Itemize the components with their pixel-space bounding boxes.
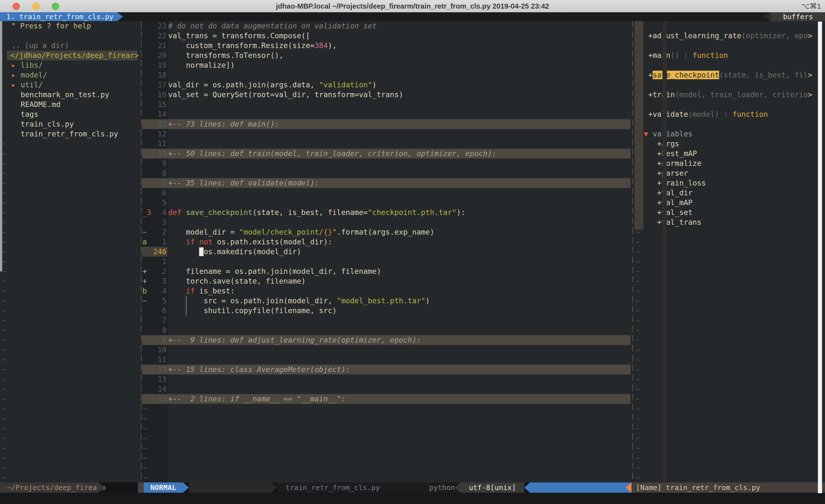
folded-code-line[interactable]: 12+-- 15 lines: class AverageMeter(objec… <box>142 365 632 374</box>
folded-code-line[interactable]: 15+-- 2 lines: if __name__ == "__main__"… <box>142 394 632 404</box>
empty-line-tilde: ~ <box>635 296 640 306</box>
line-number: 5 <box>150 296 166 306</box>
tree-item[interactable]: " Press ? for help <box>0 21 141 31</box>
empty-line-tilde: ~ <box>143 414 147 424</box>
code-text: +-- 2 lines: if __name__ == "__main__": <box>168 394 346 404</box>
right-scrollbar[interactable] <box>818 22 822 493</box>
statusline-position: 86% ≡ 246/284LN : 5 <box>530 482 631 493</box>
tree-item[interactable] <box>0 31 141 41</box>
code-line[interactable]: 5 <box>142 198 632 207</box>
git-sign: ~ <box>142 296 151 306</box>
line-number: 11 <box>150 139 166 149</box>
code-text: torch.save(state, filename) <box>168 276 306 286</box>
line-number: 17 <box>150 80 166 90</box>
folded-code-line[interactable]: 13+-- 73 lines: def main(): <box>142 119 632 129</box>
collapsed-dir-arrow-icon[interactable]: ▸ <box>11 70 16 80</box>
code-line[interactable]: 15 <box>142 100 632 109</box>
code-line[interactable]: 18 <box>142 70 632 80</box>
tabline-separator-icon <box>763 12 771 21</box>
window-separator[interactable] <box>632 21 633 482</box>
tabline-buffers-label[interactable]: buffers <box>771 12 825 21</box>
code-line[interactable]: 23# do not do data augmentation on valid… <box>142 21 632 31</box>
tree-item[interactable]: ▸util/ <box>0 80 141 90</box>
empty-line-tilde: ~ <box>635 335 640 345</box>
line-number: 8 <box>150 325 166 335</box>
code-line[interactable]: 9 <box>142 159 632 168</box>
empty-line-tilde: ~ <box>2 296 6 306</box>
code-line[interactable]: ~2 model_dir = "model/check_point/{}".fo… <box>142 227 632 237</box>
folded-code-line[interactable]: 10+-- 50 lines: def train(model, train_l… <box>142 149 632 159</box>
code-line[interactable]: 11 <box>142 355 632 365</box>
tree-item[interactable]: ▸libs/ <box>0 60 141 70</box>
code-line[interactable]: 22val_trans = transforms.Compose([ <box>142 31 632 41</box>
code-line[interactable]: 21 custom_transform.Resize(size=384), <box>142 41 632 51</box>
code-line[interactable]: a1 if not os.path.exists(model_dir): <box>142 237 632 247</box>
tree-item[interactable]: README.md <box>0 100 141 109</box>
tab-active-buffer[interactable]: 1. train_retr_from_cls.py <box>0 12 123 21</box>
code-line[interactable]: 19 normalize]) <box>142 60 632 70</box>
statusline-filetype: python <box>407 482 455 493</box>
tree-item[interactable]: ▸model/ <box>0 70 141 80</box>
empty-line-tilde: ~ <box>2 443 6 453</box>
line-number: 6 <box>150 306 166 316</box>
tree-item[interactable]: tags <box>0 109 141 119</box>
code-text: os.makedirs(model_dir) <box>168 247 301 257</box>
code-line[interactable]: 11 <box>142 139 632 149</box>
code-line[interactable]: 8 <box>142 325 632 335</box>
statusline-mode: NORMAL <box>144 482 183 493</box>
empty-line-tilde: ~ <box>635 306 640 316</box>
code-line[interactable]: 20 transforms.ToTensor(), <box>142 51 632 60</box>
tag-text: +parser <box>648 168 688 178</box>
code-line[interactable]: b4 if is_best: <box>142 286 632 296</box>
code-line[interactable]: +3 torch.save(state, filename) <box>142 276 632 286</box>
code-line[interactable]: 7 <box>142 316 632 325</box>
code-line[interactable]: 17val_dir = os.path.join(args.data, "val… <box>142 80 632 90</box>
folded-code-line[interactable]: 7+-- 35 lines: def validate(model): <box>142 178 632 188</box>
tree-item[interactable]: .. (up a dir) <box>0 41 141 51</box>
empty-line-tilde: ~ <box>635 266 640 276</box>
code-line[interactable]: 6 <box>142 188 632 198</box>
tag-text: +val_dir <box>648 188 693 198</box>
code-text: shutil.copyfile(filename, src) <box>168 306 336 316</box>
tag-text: +main() : function <box>648 51 728 60</box>
code-line[interactable]: 14 <box>142 109 632 119</box>
empty-line-tilde: ~ <box>2 463 6 473</box>
code-text: src = os.path.join(model_dir, "model_bes… <box>168 296 430 306</box>
tree-item[interactable]: train_retr_from_cls.py <box>0 129 141 139</box>
window-separator[interactable] <box>141 21 142 482</box>
code-line[interactable]: 14 <box>142 384 632 394</box>
tree-item[interactable]: </jdhao/Projects/deep_firear> <box>0 51 141 60</box>
code-line[interactable]: 3 <box>142 218 632 227</box>
collapsed-dir-arrow-icon[interactable]: ▸ <box>11 60 16 70</box>
empty-line-tilde: ~ <box>2 207 6 218</box>
code-line[interactable]: 246 os.makedirs(model_dir) <box>142 247 632 257</box>
empty-line-tilde: ~ <box>635 276 640 286</box>
line-number: 15 <box>150 394 166 404</box>
tree-item[interactable]: benchmark_on_test.py <box>0 90 141 100</box>
code-line[interactable]: 8 <box>142 168 632 178</box>
empty-line-tilde: ~ <box>143 463 147 473</box>
code-line[interactable]: _34def save_checkpoint(state, is_best, f… <box>142 207 632 218</box>
powerline-arrow-icon <box>524 482 530 493</box>
code-line[interactable]: 6 shutil.copyfile(filename, src) <box>142 306 632 316</box>
empty-line-tilde: ~ <box>2 384 6 394</box>
code-line[interactable]: 12 <box>142 129 632 139</box>
code-text: transforms.ToTensor(), <box>168 51 284 60</box>
line-number: 3 <box>150 218 166 227</box>
collapsed-dir-arrow-icon[interactable]: ▸ <box>11 80 16 90</box>
code-line[interactable]: 13 <box>142 374 632 384</box>
code-line[interactable]: 16val_set = QuerySet(root=val_dir, trans… <box>142 90 632 100</box>
tab-shortcut-hint: ⌥⌘1 <box>801 0 821 12</box>
statusline-spacer <box>138 482 144 493</box>
code-line[interactable]: ~5 src = os.path.join(model_dir, "model_… <box>142 296 632 306</box>
line-number: 4 <box>150 207 166 218</box>
code-line[interactable]: 1 <box>142 257 632 266</box>
empty-line-tilde: ~ <box>143 453 147 463</box>
empty-line-tilde: ~ <box>635 365 640 374</box>
vim-command-line[interactable] <box>0 493 825 504</box>
tree-item[interactable]: train_cls.py <box>0 119 141 129</box>
folded-code-line[interactable]: 9+-- 9 lines: def adjust_learning_rate(o… <box>142 335 632 345</box>
code-line[interactable]: 10 <box>142 345 632 355</box>
tag-text: +val_mAP <box>648 198 693 207</box>
code-line[interactable]: +2 filename = os.path.join(model_dir, fi… <box>142 266 632 276</box>
